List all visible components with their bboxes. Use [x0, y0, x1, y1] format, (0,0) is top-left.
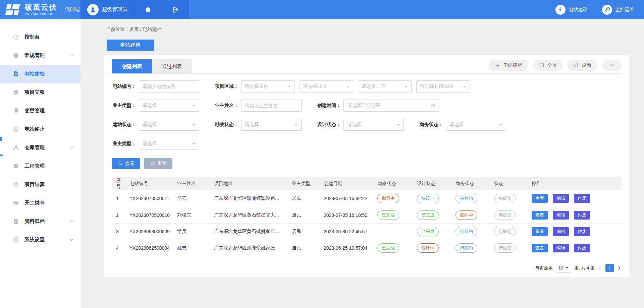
void-button[interactable]: 作废: [574, 211, 590, 220]
per-page-label: 每页显示: [535, 265, 553, 271]
sidebar-item-warehouse-mgmt[interactable]: 仓库管理: [0, 138, 80, 157]
user-menu[interactable]: 超级管理员: [80, 0, 134, 19]
region-select-3[interactable]: 请选择村镇/街道: [416, 80, 470, 93]
tab-create-list[interactable]: 创建列表: [112, 59, 152, 73]
station-code-input[interactable]: [139, 80, 199, 93]
breadcrumb: 当前位置：首页 / 电站建档: [106, 26, 644, 33]
filter-form: 电站编号： 项目区域： 请选择省份请选择城市请选择县/区请选择村镇/街道 业主类…: [112, 80, 622, 150]
search-button[interactable]: 搜索: [112, 158, 140, 169]
pagination: 每页显示 10 条, 共 4 条 1: [112, 264, 622, 272]
sidebar-item-engineering-mgmt[interactable]: 工程管理: [0, 157, 80, 175]
fullscreen-button[interactable]: 全屏: [533, 60, 563, 71]
document-icon: [13, 71, 19, 77]
edit-button[interactable]: 编辑: [553, 244, 569, 252]
card-icon: [13, 200, 19, 206]
header-nav-monitor-ops[interactable]: 监控运维: [602, 5, 634, 15]
owner-name-input[interactable]: [241, 100, 302, 112]
toolbar: 电站建档 全屏 刷新: [489, 60, 622, 73]
table-row: 2YX2023070500010刘强东广东深圳龙华区黄石镇星官大...居民202…: [112, 207, 622, 223]
edit-button[interactable]: 编辑: [553, 194, 569, 203]
caret-down-icon: [192, 104, 196, 108]
void-button[interactable]: 作废: [574, 194, 590, 203]
owner-type: 居民: [289, 190, 321, 207]
sidebar-item-station-archive[interactable]: 电站建档: [0, 65, 80, 83]
page-tab-station-archive[interactable]: 电站建档: [107, 40, 154, 51]
header-nav-station-build[interactable]: 电站建设: [555, 5, 587, 15]
build-status-select[interactable]: 请选择: [139, 119, 199, 131]
status-badge: 待提交: [494, 243, 516, 253]
void-button[interactable]: 作废: [574, 227, 590, 236]
sidebar-item-data-archive[interactable]: 资料归档: [0, 212, 80, 231]
created-date: 2023-06-25 10:57:04: [321, 240, 375, 256]
design-status-select[interactable]: 请选择: [343, 119, 404, 131]
breadcrumb-path: 首页 / 电站建档: [129, 26, 162, 32]
created-date: 2023-06-30 22:45:57: [321, 223, 375, 240]
business-status-cell: 待签约: [453, 190, 491, 207]
design-status-cell: 已完成: [414, 223, 453, 240]
user-avatar-icon: [87, 4, 99, 15]
view-button[interactable]: 查看: [532, 227, 548, 236]
region-label: 项目区域：: [214, 83, 238, 89]
build-status-label: 建站状态：: [112, 122, 136, 128]
sidebar-item-change-mgmt[interactable]: 变更管理: [0, 102, 80, 120]
sidebar-item-system-settings[interactable]: 系统设置: [0, 231, 80, 249]
survey-status-cell: 勘察中: [375, 190, 414, 207]
region-select-2[interactable]: 请选择县/区: [358, 80, 412, 93]
row-index: 2: [112, 207, 127, 223]
actions-cell: 查看编辑作废: [529, 223, 622, 240]
owner-type2-select[interactable]: 请选择: [139, 138, 199, 150]
status-badge: 已完成: [417, 210, 439, 220]
logout-button[interactable]: [162, 0, 190, 19]
column-header: 序号: [112, 177, 127, 190]
edit-button[interactable]: 编辑: [553, 211, 569, 220]
date-range-picker[interactable]: 请选择日期范围: [343, 100, 439, 112]
owner-name: 马云: [174, 190, 211, 207]
sidebar-item-station-termination[interactable]: 电站终止: [0, 120, 80, 138]
home-button[interactable]: [134, 0, 162, 19]
select-placeholder: 请选择: [143, 141, 157, 147]
survey-status-select[interactable]: 请选择: [241, 119, 302, 131]
caret-down-icon: [294, 123, 298, 127]
region-select-1[interactable]: 请选择城市: [300, 80, 353, 93]
owner-type: 居民: [289, 240, 321, 256]
status-badge: 待提交: [494, 227, 516, 236]
search-label: 搜索: [125, 161, 135, 167]
owner-name: 刘强东: [174, 207, 211, 223]
logo-tag: 代理端: [65, 6, 80, 13]
edit-button[interactable]: 编辑: [553, 227, 569, 236]
collapse-button[interactable]: [602, 60, 622, 71]
region-select-0[interactable]: 请选择省份: [241, 80, 295, 93]
sidebar-item-second-type-card[interactable]: 开二类卡: [0, 194, 80, 212]
status-badge: 待提交: [494, 210, 516, 220]
project-address: 广东深圳龙华区观澜镇姚家庄...: [211, 240, 289, 256]
chevron-right-icon[interactable]: [617, 266, 622, 270]
owner-name: 学员: [174, 223, 211, 240]
per-page-select[interactable]: 10: [556, 264, 571, 272]
select-placeholder: 请选择: [143, 103, 157, 109]
sidebar-item-general-mgmt[interactable]: 常规管理: [0, 46, 80, 65]
station-code: YX2023063000009: [127, 223, 174, 240]
refresh-button[interactable]: 刷新: [568, 60, 597, 71]
reset-button[interactable]: 重置: [144, 158, 172, 169]
tab-passed-list[interactable]: 通过列表: [152, 59, 192, 73]
view-button[interactable]: 查看: [532, 211, 548, 220]
owner-type2-label: 业主类型：: [112, 141, 136, 147]
chevron-left-icon[interactable]: [598, 266, 602, 270]
owner-type-select[interactable]: 请选择: [139, 100, 199, 112]
business-status-select[interactable]: 请选择: [446, 119, 506, 131]
station-code: YX2023070500010: [127, 207, 174, 223]
void-button[interactable]: 作废: [574, 244, 590, 252]
status-status-cell: 待提交: [491, 207, 529, 223]
view-button[interactable]: 查看: [532, 244, 548, 252]
total-label: 条, 共 4 条: [574, 265, 595, 271]
status-badge: 设计中: [417, 243, 439, 253]
view-button[interactable]: 查看: [532, 194, 548, 203]
sidebar-item-project-settlement[interactable]: 项目结算: [0, 175, 80, 194]
created-date: 2023-07-05 16:42:22: [321, 190, 375, 207]
search-icon: [118, 161, 123, 166]
calculator-icon: [13, 181, 19, 188]
sidebar-item-console[interactable]: 控制台: [0, 28, 80, 46]
sidebar-item-project-initiation[interactable]: 项目立项: [0, 83, 80, 102]
add-station-button[interactable]: 电站建档: [489, 60, 528, 71]
page-number-button[interactable]: 1: [605, 264, 614, 272]
